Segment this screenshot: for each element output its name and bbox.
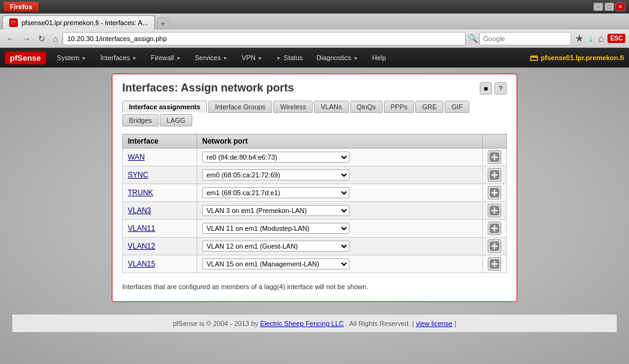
svg-rect-14	[494, 225, 495, 231]
toolbar-icons: ★ ↓ ⌂ ESC	[574, 31, 625, 45]
hostname-label: pfsense01.lpr.premekon.fi	[541, 54, 624, 61]
nav-arrow: ►	[133, 55, 138, 61]
tab-ppps[interactable]: PPPs	[384, 101, 415, 113]
footer-license-link[interactable]: view license	[416, 320, 452, 327]
tab-favicon: 🛡	[9, 18, 18, 27]
nav-arrow: ►	[82, 55, 87, 61]
col-actions	[483, 134, 507, 149]
port-select-vlan11[interactable]: VLAN 11 on em1 (Modustep-LAN)	[202, 223, 350, 234]
port-select-trunk[interactable]: em1 (68:05:ca:21:7d:e1)	[202, 187, 350, 198]
interface-table: Interface Network port WAN re0 (94:de:80…	[122, 134, 507, 273]
tab-interface-groups[interactable]: Interface Groups	[208, 101, 272, 113]
back-button[interactable]: ←	[4, 33, 17, 45]
tab-lagg[interactable]: LAGG	[160, 114, 192, 126]
new-tab-button[interactable]: +	[157, 18, 168, 29]
home-toolbar-button[interactable]: ⌂	[597, 32, 606, 45]
tab-gre[interactable]: GRE	[415, 101, 443, 113]
iface-action-btn-trunk[interactable]	[488, 186, 501, 199]
content-box: Interfaces: Assign network ports ■ ? Int…	[112, 74, 517, 302]
browser-toolbar: ← → ↻ ⌂ 🔍 ★ ↓ ⌂ ESC	[0, 29, 629, 48]
browser-tab[interactable]: 🛡 pfsense01.lpr.premekon.fi - Interfaces…	[2, 15, 155, 29]
firefox-button[interactable]: Firefox	[4, 2, 39, 12]
port-select-vlan3[interactable]: VLAN 3 on em1 (Premekon-LAN)	[202, 205, 350, 216]
tab-bridges[interactable]: Bridges	[122, 114, 158, 126]
addons-button[interactable]: ESC	[608, 34, 625, 43]
nav-interfaces[interactable]: Interfaces ►	[94, 52, 143, 64]
close-button[interactable]: ✕	[615, 2, 625, 11]
search-input[interactable]	[479, 32, 571, 45]
iface-link-vlan15[interactable]: VLAN15	[128, 260, 155, 268]
download-button[interactable]: ↓	[587, 32, 595, 45]
col-network-port: Network port	[197, 134, 483, 149]
nav-hostname: 🗃 pfsense01.lpr.premekon.fi	[529, 53, 624, 63]
iface-action-btn-wan[interactable]	[488, 150, 501, 164]
footer-company-link[interactable]: Electric Sheep Fencing LLC	[260, 320, 343, 327]
iface-action-btn-sync[interactable]	[488, 168, 501, 182]
footer: pfSense is © 2004 - 2013 by Electric She…	[12, 314, 617, 332]
window-controls: − □ ✕	[593, 2, 625, 11]
page-icon-help[interactable]: ?	[494, 82, 507, 95]
tab-vlans[interactable]: VLANs	[314, 101, 348, 113]
port-select-vlan12[interactable]: VLAN 12 on em1 (Guest-LAN)	[202, 241, 350, 252]
svg-rect-17	[494, 243, 495, 249]
reload-button[interactable]: ↻	[36, 33, 48, 45]
table-row: VLAN3 VLAN 3 on em1 (Premekon-LAN)	[123, 202, 507, 220]
nav-system[interactable]: System ►	[51, 52, 93, 64]
note-text: Interfaces that are configured as member…	[122, 279, 507, 294]
tab-wireless[interactable]: Wireless	[273, 101, 313, 113]
pfsense-nav: pfSense System ► Interfaces ► Firewall ►…	[0, 48, 629, 68]
iface-link-sync[interactable]: SYNC	[128, 171, 148, 179]
nav-arrow: ►	[354, 55, 359, 61]
footer-close-bracket: ]	[455, 320, 456, 327]
nav-vpn[interactable]: VPN ►	[235, 52, 269, 64]
iface-action-btn-vlan3[interactable]	[488, 204, 501, 217]
table-row: TRUNK em1 (68:05:ca:21:7d:e1)	[123, 184, 507, 202]
iface-link-vlan12[interactable]: VLAN12	[128, 242, 155, 250]
tab-gif[interactable]: GIF	[445, 101, 469, 113]
footer-text-after: . All Rights Reserved. [	[346, 320, 414, 327]
table-row: VLAN11 VLAN 11 on em1 (Modustep-LAN)	[123, 220, 507, 238]
nav-arrow: ►	[176, 55, 181, 61]
col-interface: Interface	[123, 134, 197, 149]
iface-link-wan[interactable]: WAN	[128, 153, 145, 161]
iface-link-vlan3[interactable]: VLAN3	[128, 206, 151, 215]
table-row: VLAN15 VLAN 15 on em1 (Management-LAN)	[123, 255, 507, 273]
svg-rect-11	[494, 207, 495, 214]
table-row: WAN re0 (94:de:80:b4:e6:73)	[123, 149, 507, 166]
footer-text-before: pfSense is © 2004 - 2013 by	[173, 320, 258, 327]
tab-qinqs[interactable]: QinQs	[350, 101, 383, 113]
iface-action-btn-vlan11[interactable]	[488, 222, 501, 235]
home-button[interactable]: ⌂	[50, 33, 60, 45]
nav-firewall[interactable]: Firewall ►	[144, 52, 187, 64]
iface-link-trunk[interactable]: TRUNK	[128, 188, 153, 197]
page-icon-settings[interactable]: ■	[480, 82, 492, 95]
page-background: Interfaces: Assign network ports ■ ? Int…	[0, 68, 629, 364]
iface-link-vlan11[interactable]: VLAN11	[128, 224, 155, 233]
svg-rect-20	[494, 261, 495, 267]
nav-status[interactable]: ► Status	[270, 52, 309, 64]
google-icon: 🔍	[468, 34, 478, 43]
nav-diagnostics[interactable]: Diagnostics ►	[310, 52, 365, 64]
port-select-wan[interactable]: re0 (94:de:80:b4:e6:73)	[202, 152, 350, 163]
iface-action-btn-vlan12[interactable]	[488, 239, 501, 253]
minimize-button[interactable]: −	[593, 2, 603, 11]
port-select-vlan15[interactable]: VLAN 15 on em1 (Management-LAN)	[202, 258, 350, 269]
nav-services[interactable]: Services ►	[189, 52, 234, 64]
tabs-row: Interface assignments Interface Groups W…	[122, 101, 507, 126]
table-row: VLAN12 VLAN 12 on em1 (Guest-LAN)	[123, 238, 507, 255]
tab-title: pfsense01.lpr.premekon.fi - Interfaces: …	[21, 19, 148, 26]
maximize-button[interactable]: □	[604, 2, 614, 11]
forward-button[interactable]: →	[20, 33, 33, 45]
tab-interface-assignments[interactable]: Interface assignments	[122, 101, 207, 113]
address-bar[interactable]	[63, 32, 465, 45]
pfsense-logo: pfSense	[5, 52, 46, 64]
page-title: Interfaces: Assign network ports	[122, 82, 294, 95]
page-title-row: Interfaces: Assign network ports ■ ?	[122, 82, 507, 95]
iface-action-btn-vlan15[interactable]	[488, 257, 501, 271]
nav-arrow: ►	[258, 55, 263, 61]
svg-rect-5	[494, 172, 495, 178]
bookmark-button[interactable]: ★	[574, 31, 585, 45]
nav-help[interactable]: Help	[366, 52, 393, 64]
port-select-sync[interactable]: em0 (68:05:ca:21:72:69)	[202, 169, 350, 180]
table-row: SYNC em0 (68:05:ca:21:72:69)	[123, 166, 507, 184]
